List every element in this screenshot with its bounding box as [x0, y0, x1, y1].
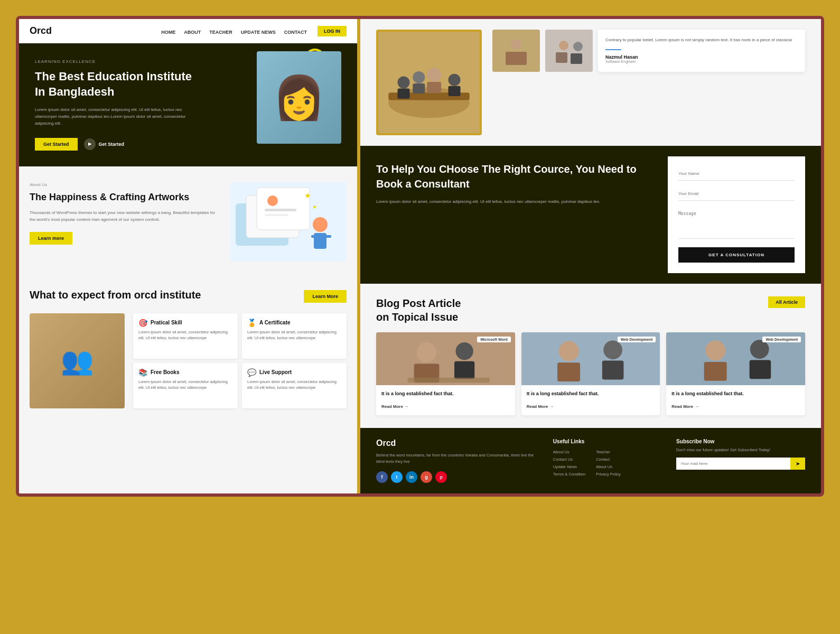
footer-link-terms[interactable]: Terms & Condition	[553, 472, 585, 477]
nav-links: HOME ABOUT TEACHER UPDATE NEWS CONTACT	[161, 26, 307, 36]
testimonial-cards: Contrary to popular belief, Lorem ipsum …	[492, 30, 805, 72]
footer-subscribe: Subscribe Now Don't miss our future upda…	[676, 439, 805, 483]
twitter-icon[interactable]: t	[391, 471, 403, 483]
consultation-text: To Help You CHoose The Right Cource, You…	[376, 162, 652, 206]
small-img-svg-2	[545, 30, 593, 72]
nav-teacher[interactable]: TEACHER	[209, 30, 232, 35]
google-plus-icon[interactable]: g	[421, 471, 432, 483]
hero-person-image: 👩	[273, 73, 325, 123]
blog-read-more-1[interactable]: Read More →	[527, 404, 554, 409]
hero-description: Lorem ipsum dolor sit amet, consectetur …	[35, 107, 203, 127]
testimonial-small-image-2	[545, 30, 593, 72]
blog-card-0: Microsoft Word It is a long established …	[376, 332, 515, 415]
svg-point-21	[448, 74, 460, 86]
all-article-button[interactable]: All Article	[768, 296, 805, 308]
nav-about[interactable]: ABOUT	[184, 30, 201, 35]
login-button[interactable]: LOG IN	[318, 26, 347, 36]
feature-card-0: 🎯 Pratical Skill Lorem ipsum dolor sit a…	[133, 313, 238, 359]
hero-image: 👩	[257, 51, 341, 144]
blog-read-more-0[interactable]: Read More →	[381, 404, 408, 409]
svg-rect-39	[557, 362, 580, 381]
svg-point-19	[427, 68, 441, 82]
footer-link-update-news[interactable]: Update News	[553, 464, 585, 469]
svg-rect-18	[413, 83, 425, 94]
nav-contact[interactable]: CONTACT	[284, 30, 307, 35]
expect-group-image: 👥	[30, 313, 125, 408]
blog-header: Blog Post Article on Topical Issue All A…	[376, 296, 805, 324]
svg-point-45	[750, 340, 769, 359]
footer-link-about[interactable]: About Us	[596, 464, 621, 469]
blog-section: Blog Post Article on Topical Issue All A…	[360, 284, 821, 428]
footer-link-contact-us[interactable]: Contact Us	[553, 457, 585, 462]
svg-point-24	[511, 39, 521, 50]
svg-point-27	[559, 41, 568, 50]
svg-point-43	[705, 340, 725, 360]
about-illustration: ★ ★	[230, 182, 347, 262]
svg-rect-22	[448, 86, 460, 96]
svg-rect-46	[750, 360, 771, 379]
blog-read-more-2[interactable]: Read More →	[671, 404, 698, 409]
email-input[interactable]	[678, 187, 795, 201]
hero-section: LEARNING EXCELLENCE The Best Education I…	[19, 43, 357, 166]
footer-link-teacher[interactable]: Teacher	[596, 450, 621, 454]
blog-body-0: It is a long established fact that. Read…	[376, 385, 515, 415]
svg-point-32	[416, 342, 436, 362]
blog-card-2: Web Development It is a long established…	[666, 332, 805, 415]
testimonial-small-image-1	[492, 30, 540, 72]
testimonial-author-name: Nazmul Hasan	[605, 54, 798, 60]
get-consultation-button[interactable]: GET A CONSULTATION	[678, 247, 795, 263]
blog-card-title-0: It is a long established fact that.	[381, 390, 510, 397]
features-grid: 🎯 Pratical Skill Lorem ipsum dolor sit a…	[133, 313, 347, 408]
svg-point-34	[455, 342, 473, 360]
blog-tag-1: Web Development	[618, 337, 656, 342]
consultation-title: To Help You CHoose The Right Cource, You…	[376, 162, 652, 191]
facebook-icon[interactable]: f	[376, 471, 388, 483]
testimonial-divider	[605, 49, 621, 50]
subscribe-email-input[interactable]	[676, 458, 790, 470]
about-section: About Us The Happiness & Crafting Artwor…	[19, 166, 357, 277]
svg-rect-20	[427, 82, 441, 93]
blog-card-title-2: It is a long established fact that.	[671, 390, 800, 397]
svg-rect-36	[408, 378, 490, 383]
footer-link-contact[interactable]: Contact	[596, 457, 621, 462]
certificate-icon: 🏅	[247, 319, 256, 327]
learn-more-button[interactable]: Learn more	[30, 232, 72, 245]
svg-rect-16	[397, 89, 409, 99]
footer-useful-links: Useful Links About Us Contact Us Update …	[553, 439, 660, 483]
testimonial-main-image	[376, 30, 482, 135]
nav-home[interactable]: HOME	[161, 30, 175, 35]
footer-social: f t in g p	[376, 471, 537, 483]
svg-rect-44	[704, 362, 727, 381]
svg-point-17	[413, 71, 425, 83]
expect-section: What to expect from orcd institute Learn…	[19, 277, 357, 419]
expect-header: What to expect from orcd institute Learn…	[30, 288, 347, 303]
message-textarea[interactable]	[678, 207, 795, 239]
footer-brand: Orcd Behind the word mountains, far from…	[376, 439, 537, 483]
about-badge: About Us	[30, 182, 220, 187]
svg-rect-26	[545, 30, 593, 72]
small-img-svg-1	[492, 30, 540, 72]
footer-logo: Orcd	[376, 439, 537, 448]
svg-rect-4	[265, 209, 296, 211]
pinterest-icon[interactable]: p	[435, 471, 447, 483]
learn-more-button-2[interactable]: Learn More	[304, 290, 347, 303]
blog-tag-2: Web Development	[762, 337, 801, 342]
play-icon: ▶	[84, 138, 96, 150]
testimonial-top-row: Contrary to popular belief, Lorem ipsum …	[492, 30, 805, 72]
feature-card-1: 🏅 A Certificate Lorem ipsum dolor sit am…	[242, 313, 347, 359]
footer-link-about-us[interactable]: About Us	[553, 450, 585, 454]
navbar: Orcd HOME ABOUT TEACHER UPDATE NEWS CONT…	[19, 19, 357, 43]
watch-button[interactable]: ▶ Get Started	[84, 138, 125, 150]
get-started-button[interactable]: Get Started	[35, 138, 78, 151]
nav-logo: Orcd	[30, 25, 52, 36]
svg-point-6	[313, 217, 328, 232]
feature-desc-1: Lorem ipsum dolor sit amet, consectetur …	[247, 329, 341, 341]
footer-link-privacy[interactable]: Privacy Policy	[596, 472, 621, 477]
name-input[interactable]	[678, 167, 795, 181]
about-illustration-svg: ★ ★	[230, 182, 347, 262]
linkedin-icon[interactable]: in	[406, 471, 417, 483]
subscribe-button[interactable]: ➤	[790, 458, 805, 470]
svg-rect-8	[311, 235, 318, 238]
blog-tag-0: Microsoft Word	[477, 337, 510, 342]
nav-update-news[interactable]: UPDATE NEWS	[241, 30, 276, 35]
